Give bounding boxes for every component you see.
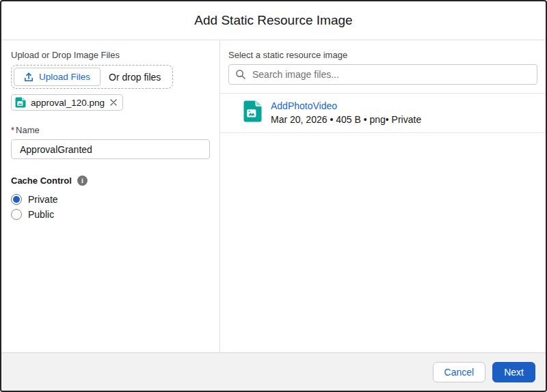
upload-icon: [24, 72, 34, 82]
cache-control-block: Cache Control i Private Public: [11, 176, 210, 220]
image-file-icon: [15, 97, 26, 108]
search-input[interactable]: [228, 64, 537, 85]
dialog-title: Add Static Resource Image: [194, 13, 352, 28]
radio-option-public[interactable]: Public: [11, 209, 210, 220]
upload-panel: Upload or Drop Image Files Upload Files …: [1, 40, 220, 352]
select-resource-label: Select a static resource image: [228, 50, 537, 60]
required-asterisk: *: [11, 125, 14, 135]
dialog-body: Upload or Drop Image Files Upload Files …: [1, 40, 546, 352]
radio-label: Private: [28, 194, 58, 205]
resource-title-link[interactable]: AddPhotoVideo: [271, 100, 421, 111]
upload-section-label: Upload or Drop Image Files: [11, 50, 210, 60]
info-icon[interactable]: i: [77, 176, 88, 186]
radio-option-private[interactable]: Private: [11, 194, 210, 205]
add-static-resource-dialog: Add Static Resource Image Upload or Drop…: [0, 0, 547, 392]
name-field-block: *Name: [11, 124, 210, 159]
cache-control-label: Cache Control: [11, 176, 72, 186]
drop-files-text: Or drop files: [109, 72, 161, 83]
radio-button[interactable]: [11, 209, 22, 220]
search-icon: [235, 69, 246, 83]
select-resource-panel: Select a static resource image: [220, 40, 546, 352]
remove-file-button[interactable]: [109, 98, 118, 107]
close-icon: [109, 98, 118, 107]
radio-button[interactable]: [11, 194, 22, 205]
name-label-text: Name: [16, 125, 40, 135]
cancel-button[interactable]: Cancel: [433, 362, 486, 382]
resource-meta: Mar 20, 2026 • 405 B • png• Private: [271, 114, 421, 125]
upload-files-label: Upload Files: [39, 72, 90, 82]
dialog-footer: Cancel Next: [1, 352, 546, 391]
radio-label: Public: [28, 209, 54, 220]
name-input[interactable]: [11, 139, 210, 159]
upload-files-button[interactable]: Upload Files: [14, 68, 101, 86]
search-box: [228, 64, 537, 85]
resource-list-item[interactable]: AddPhotoVideo Mar 20, 2026 • 405 B • png…: [220, 94, 546, 133]
file-drop-zone[interactable]: Upload Files Or drop files: [11, 65, 173, 89]
dialog-header: Add Static Resource Image: [1, 1, 546, 40]
image-file-icon: [243, 100, 262, 122]
uploaded-file-chip[interactable]: approval_120.png: [11, 94, 123, 111]
cache-control-options: Private Public: [11, 194, 210, 220]
next-button[interactable]: Next: [492, 362, 535, 382]
name-label: *Name: [11, 125, 40, 135]
uploaded-file-name: approval_120.png: [31, 98, 105, 108]
